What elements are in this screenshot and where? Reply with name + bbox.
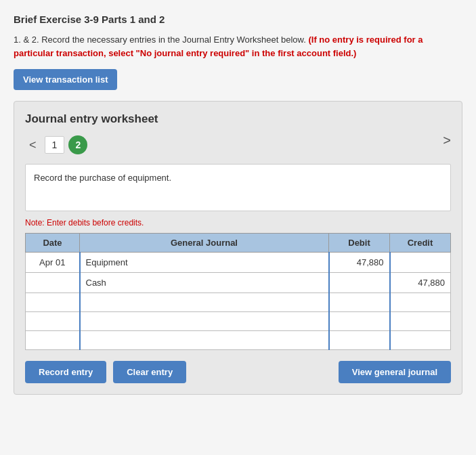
debit-cell[interactable] — [329, 293, 390, 312]
journal-cell[interactable] — [80, 293, 329, 312]
date-cell — [26, 312, 80, 331]
table-row: Cash 47,880 — [26, 273, 451, 293]
page-1-tab[interactable]: 1 — [45, 136, 65, 154]
col-header-credit: Credit — [390, 234, 451, 253]
journal-table: Date General Journal Debit Credit Apr 01… — [25, 233, 451, 350]
date-cell — [26, 273, 80, 293]
table-row: Apr 01 Equipment 47,880 — [26, 253, 451, 273]
worksheet-title: Journal entry worksheet — [25, 112, 451, 126]
page-title: Brief Exercise 3-9 Parts 1 and 2 — [14, 14, 462, 25]
col-header-debit: Debit — [329, 234, 390, 253]
debit-cell[interactable] — [329, 331, 390, 350]
view-transaction-button[interactable]: View transaction list — [14, 69, 117, 90]
date-cell — [26, 293, 80, 312]
debit-cell[interactable]: 47,880 — [329, 253, 390, 273]
record-entry-button[interactable]: Record entry — [25, 361, 106, 383]
pagination: < 1 2 > — [25, 135, 451, 154]
table-row — [26, 331, 451, 350]
clear-entry-button[interactable]: Clear entry — [113, 361, 186, 383]
credit-cell[interactable] — [390, 331, 451, 350]
credit-cell[interactable]: 47,880 — [390, 273, 451, 293]
col-header-date: Date — [26, 234, 80, 253]
journal-cell[interactable]: Equipment — [80, 253, 329, 273]
page-2-tab[interactable]: 2 — [68, 135, 87, 154]
col-header-journal: General Journal — [80, 234, 329, 253]
credit-cell[interactable] — [390, 253, 451, 273]
date-cell: Apr 01 — [26, 253, 80, 273]
view-general-journal-button[interactable]: View general journal — [339, 361, 451, 383]
table-row — [26, 293, 451, 312]
debit-cell[interactable] — [329, 312, 390, 331]
description-box: Record the purchase of equipment. — [25, 164, 451, 211]
instructions: 1. & 2. Record the necessary entries in … — [14, 33, 462, 60]
prev-page-arrow[interactable]: < — [25, 137, 41, 154]
note-text: Note: Enter debits before credits. — [25, 218, 451, 228]
next-page-arrow[interactable]: > — [443, 133, 451, 148]
buttons-row: Record entry Clear entry View general jo… — [25, 361, 451, 383]
journal-cell[interactable]: Cash — [80, 273, 329, 293]
debit-cell[interactable] — [329, 273, 390, 293]
table-row — [26, 312, 451, 331]
journal-cell[interactable] — [80, 331, 329, 350]
credit-cell[interactable] — [390, 312, 451, 331]
credit-cell[interactable] — [390, 293, 451, 312]
journal-cell[interactable] — [80, 312, 329, 331]
worksheet-container: Journal entry worksheet < 1 2 > Record t… — [14, 101, 462, 395]
date-cell — [26, 331, 80, 350]
